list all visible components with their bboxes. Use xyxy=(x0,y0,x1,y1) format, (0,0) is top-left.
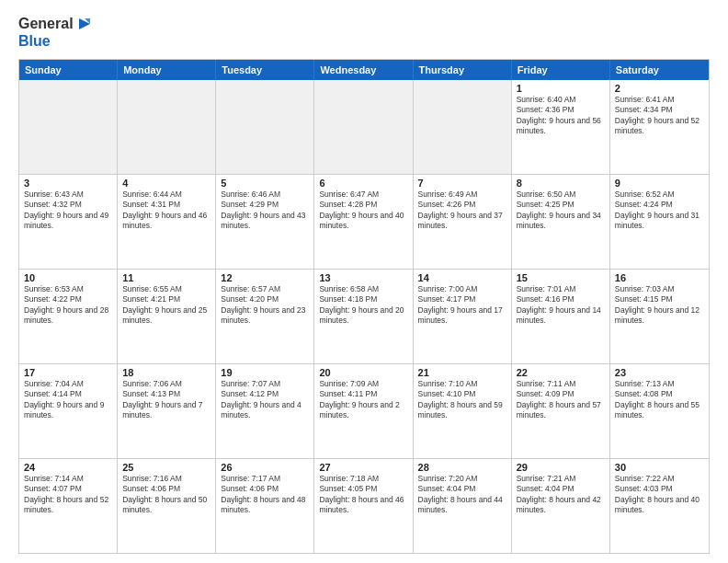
day-number: 6 xyxy=(319,178,407,189)
cal-cell-23: 23Sunrise: 7:13 AM Sunset: 4:08 PM Dayli… xyxy=(610,364,709,458)
day-number: 2 xyxy=(615,83,704,94)
day-number: 9 xyxy=(615,178,704,189)
day-info: Sunrise: 6:55 AM Sunset: 4:21 PM Dayligh… xyxy=(122,284,210,327)
calendar-row-3: 10Sunrise: 6:53 AM Sunset: 4:22 PM Dayli… xyxy=(19,269,709,363)
logo-chevron-icon xyxy=(75,15,94,33)
calendar: SundayMondayTuesdayWednesdayThursdayFrid… xyxy=(18,59,710,554)
cal-cell-empty-0-0 xyxy=(19,80,118,174)
cal-cell-6: 6Sunrise: 6:47 AM Sunset: 4:28 PM Daylig… xyxy=(314,175,413,269)
cal-cell-29: 29Sunrise: 7:21 AM Sunset: 4:04 PM Dayli… xyxy=(512,459,610,553)
day-number: 10 xyxy=(24,272,112,283)
page: General Blue SundayMondayTuesdayWednesda… xyxy=(0,0,728,563)
calendar-row-5: 24Sunrise: 7:14 AM Sunset: 4:07 PM Dayli… xyxy=(19,458,709,553)
logo: General Blue xyxy=(18,15,94,50)
day-info: Sunrise: 7:10 AM Sunset: 4:10 PM Dayligh… xyxy=(418,379,506,421)
day-number: 11 xyxy=(122,272,210,283)
day-info: Sunrise: 7:13 AM Sunset: 4:08 PM Dayligh… xyxy=(615,379,704,421)
day-number: 20 xyxy=(319,367,407,378)
day-number: 18 xyxy=(122,367,210,378)
day-number: 27 xyxy=(319,462,407,473)
day-header-tuesday: Tuesday xyxy=(216,60,314,80)
cal-cell-10: 10Sunrise: 6:53 AM Sunset: 4:22 PM Dayli… xyxy=(19,270,118,363)
day-info: Sunrise: 6:50 AM Sunset: 4:25 PM Dayligh… xyxy=(517,190,605,232)
day-number: 13 xyxy=(319,272,407,283)
cal-cell-26: 26Sunrise: 7:17 AM Sunset: 4:06 PM Dayli… xyxy=(216,459,314,553)
day-info: Sunrise: 7:18 AM Sunset: 4:05 PM Dayligh… xyxy=(319,474,407,516)
day-header-sunday: Sunday xyxy=(19,60,118,80)
day-info: Sunrise: 6:49 AM Sunset: 4:26 PM Dayligh… xyxy=(418,190,506,232)
cal-cell-3: 3Sunrise: 6:43 AM Sunset: 4:32 PM Daylig… xyxy=(19,175,118,269)
cal-cell-27: 27Sunrise: 7:18 AM Sunset: 4:05 PM Dayli… xyxy=(314,459,413,553)
calendar-row-1: 1Sunrise: 6:40 AM Sunset: 4:36 PM Daylig… xyxy=(19,80,709,174)
day-header-wednesday: Wednesday xyxy=(314,60,413,80)
day-number: 15 xyxy=(517,272,605,283)
day-number: 30 xyxy=(615,462,704,473)
cal-cell-empty-0-2 xyxy=(216,80,314,174)
day-number: 19 xyxy=(221,367,309,378)
cal-cell-13: 13Sunrise: 6:58 AM Sunset: 4:18 PM Dayli… xyxy=(314,270,413,363)
day-info: Sunrise: 7:01 AM Sunset: 4:16 PM Dayligh… xyxy=(517,284,605,327)
calendar-header-row: SundayMondayTuesdayWednesdayThursdayFrid… xyxy=(19,60,709,80)
logo-general: General xyxy=(18,16,74,32)
day-number: 7 xyxy=(418,178,506,189)
day-number: 28 xyxy=(418,462,506,473)
cal-cell-9: 9Sunrise: 6:52 AM Sunset: 4:24 PM Daylig… xyxy=(610,175,709,269)
day-number: 23 xyxy=(615,367,704,378)
day-info: Sunrise: 7:09 AM Sunset: 4:11 PM Dayligh… xyxy=(319,379,407,421)
cal-cell-8: 8Sunrise: 6:50 AM Sunset: 4:25 PM Daylig… xyxy=(512,175,610,269)
day-info: Sunrise: 7:20 AM Sunset: 4:04 PM Dayligh… xyxy=(418,474,506,516)
day-header-saturday: Saturday xyxy=(610,60,709,80)
day-info: Sunrise: 7:14 AM Sunset: 4:07 PM Dayligh… xyxy=(24,474,112,516)
day-info: Sunrise: 7:00 AM Sunset: 4:17 PM Dayligh… xyxy=(418,284,506,327)
day-info: Sunrise: 7:11 AM Sunset: 4:09 PM Dayligh… xyxy=(517,379,605,421)
day-info: Sunrise: 7:16 AM Sunset: 4:06 PM Dayligh… xyxy=(122,474,210,516)
day-info: Sunrise: 7:22 AM Sunset: 4:03 PM Dayligh… xyxy=(615,474,704,516)
day-number: 3 xyxy=(24,178,112,189)
day-number: 12 xyxy=(221,272,309,283)
day-info: Sunrise: 7:06 AM Sunset: 4:13 PM Dayligh… xyxy=(122,379,210,421)
day-number: 4 xyxy=(122,178,210,189)
cal-cell-4: 4Sunrise: 6:44 AM Sunset: 4:31 PM Daylig… xyxy=(118,175,216,269)
cal-cell-28: 28Sunrise: 7:20 AM Sunset: 4:04 PM Dayli… xyxy=(414,459,512,553)
cal-cell-1: 1Sunrise: 6:40 AM Sunset: 4:36 PM Daylig… xyxy=(512,80,610,174)
cal-cell-14: 14Sunrise: 7:00 AM Sunset: 4:17 PM Dayli… xyxy=(414,270,512,363)
day-info: Sunrise: 6:47 AM Sunset: 4:28 PM Dayligh… xyxy=(319,190,407,232)
day-info: Sunrise: 7:04 AM Sunset: 4:14 PM Dayligh… xyxy=(24,379,112,421)
cal-cell-30: 30Sunrise: 7:22 AM Sunset: 4:03 PM Dayli… xyxy=(610,459,709,553)
day-number: 17 xyxy=(24,367,112,378)
cal-cell-20: 20Sunrise: 7:09 AM Sunset: 4:11 PM Dayli… xyxy=(314,364,413,458)
day-info: Sunrise: 7:03 AM Sunset: 4:15 PM Dayligh… xyxy=(615,284,704,327)
day-info: Sunrise: 6:46 AM Sunset: 4:29 PM Dayligh… xyxy=(221,190,309,232)
cal-cell-22: 22Sunrise: 7:11 AM Sunset: 4:09 PM Dayli… xyxy=(512,364,610,458)
day-info: Sunrise: 6:57 AM Sunset: 4:20 PM Dayligh… xyxy=(221,284,309,327)
cal-cell-24: 24Sunrise: 7:14 AM Sunset: 4:07 PM Dayli… xyxy=(19,459,118,553)
day-header-friday: Friday xyxy=(512,60,610,80)
day-number: 21 xyxy=(418,367,506,378)
cal-cell-2: 2Sunrise: 6:41 AM Sunset: 4:34 PM Daylig… xyxy=(610,80,709,174)
calendar-row-2: 3Sunrise: 6:43 AM Sunset: 4:32 PM Daylig… xyxy=(19,174,709,269)
cal-cell-empty-0-4 xyxy=(414,80,512,174)
day-info: Sunrise: 6:41 AM Sunset: 4:34 PM Dayligh… xyxy=(615,95,704,137)
day-info: Sunrise: 6:43 AM Sunset: 4:32 PM Dayligh… xyxy=(24,190,112,232)
calendar-row-4: 17Sunrise: 7:04 AM Sunset: 4:14 PM Dayli… xyxy=(19,363,709,458)
cal-cell-18: 18Sunrise: 7:06 AM Sunset: 4:13 PM Dayli… xyxy=(118,364,216,458)
cal-cell-19: 19Sunrise: 7:07 AM Sunset: 4:12 PM Dayli… xyxy=(216,364,314,458)
cal-cell-21: 21Sunrise: 7:10 AM Sunset: 4:10 PM Dayli… xyxy=(414,364,512,458)
day-number: 29 xyxy=(517,462,605,473)
day-number: 5 xyxy=(221,178,309,189)
header: General Blue xyxy=(18,15,710,50)
cal-cell-empty-0-3 xyxy=(314,80,413,174)
day-number: 25 xyxy=(122,462,210,473)
day-info: Sunrise: 6:40 AM Sunset: 4:36 PM Dayligh… xyxy=(517,95,605,137)
cal-cell-17: 17Sunrise: 7:04 AM Sunset: 4:14 PM Dayli… xyxy=(19,364,118,458)
day-number: 22 xyxy=(517,367,605,378)
cal-cell-16: 16Sunrise: 7:03 AM Sunset: 4:15 PM Dayli… xyxy=(610,270,709,363)
day-info: Sunrise: 6:52 AM Sunset: 4:24 PM Dayligh… xyxy=(615,190,704,232)
cal-cell-25: 25Sunrise: 7:16 AM Sunset: 4:06 PM Dayli… xyxy=(118,459,216,553)
cal-cell-7: 7Sunrise: 6:49 AM Sunset: 4:26 PM Daylig… xyxy=(414,175,512,269)
day-number: 14 xyxy=(418,272,506,283)
cal-cell-15: 15Sunrise: 7:01 AM Sunset: 4:16 PM Dayli… xyxy=(512,270,610,363)
day-info: Sunrise: 6:53 AM Sunset: 4:22 PM Dayligh… xyxy=(24,284,112,327)
day-number: 8 xyxy=(517,178,605,189)
cal-cell-11: 11Sunrise: 6:55 AM Sunset: 4:21 PM Dayli… xyxy=(118,270,216,363)
